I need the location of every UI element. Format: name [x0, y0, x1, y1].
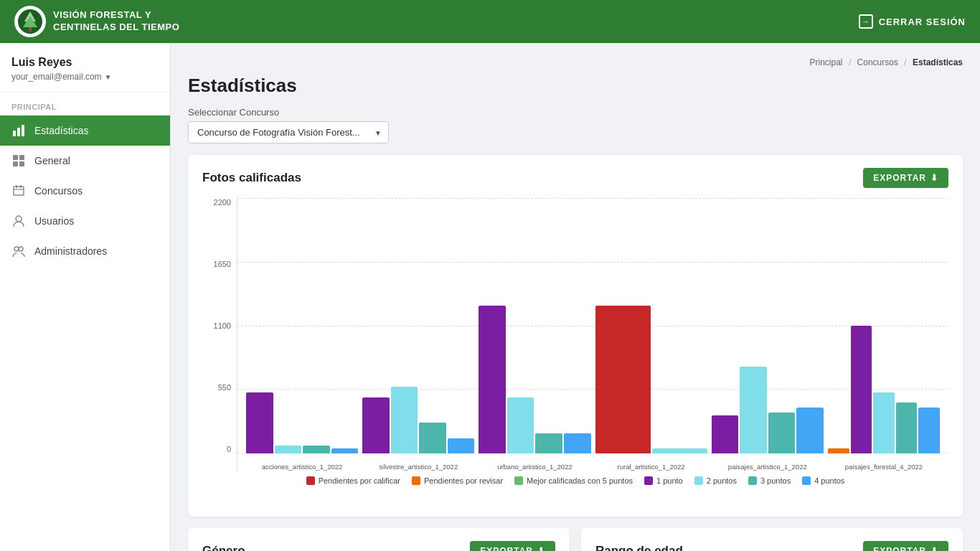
svg-rect-11: [14, 187, 24, 195]
bar: [851, 326, 872, 453]
administradores-label: Administradores: [34, 245, 107, 257]
logout-button[interactable]: → CERRAR SESIÓN: [859, 14, 966, 29]
bar: [564, 433, 591, 453]
legend-label: 3 puntos: [760, 476, 791, 485]
svg-rect-7: [13, 155, 18, 160]
legend-item: Mejor calificadas con 5 puntos: [514, 476, 633, 485]
general-label: General: [34, 155, 70, 166]
bar-group: [828, 198, 940, 453]
x-label: paisajes_forestal_4_2022: [828, 463, 940, 471]
bar: [479, 306, 506, 453]
chart-legend: Pendientes por calificarPendientes por r…: [202, 476, 948, 485]
legend-item: Pendientes por calificar: [306, 476, 400, 485]
general-icon: [11, 154, 26, 168]
x-label: silvestre_artistico_1_2022: [362, 463, 474, 471]
bar: [873, 392, 895, 453]
legend-label: Mejor calificadas con 5 puntos: [527, 476, 633, 485]
svg-rect-4: [13, 131, 16, 136]
x-label: paisajes_artistico_1_2022: [712, 463, 824, 471]
sidebar-item-concursos[interactable]: Concursos: [0, 176, 170, 206]
legend-item: Pendientes por revisar: [412, 476, 503, 485]
bar: [740, 367, 767, 453]
bar: [246, 392, 273, 453]
bar: [768, 413, 796, 453]
sidebar-item-administradores[interactable]: Administradores: [0, 236, 170, 266]
legend-color: [802, 476, 811, 485]
x-label: acciones_artistico_1_2022: [246, 463, 358, 471]
contest-select-wrapper[interactable]: Concurso de Fotografía Visión Forest...: [188, 121, 389, 143]
bar: [303, 446, 330, 453]
estadisticas-label: Estadísticas: [34, 125, 88, 136]
logo-area: VISIÓN FORESTAL Y CENTINELAS DEL TIEMPO: [14, 6, 179, 37]
email-dropdown-arrow[interactable]: ▼: [105, 73, 112, 81]
sidebar-username: Luis Reyes: [11, 56, 159, 69]
chart-genero-title: Género: [202, 544, 245, 551]
export-edad-button[interactable]: EXPORTAR ⬇: [863, 541, 948, 551]
bar: [712, 415, 739, 453]
bar: [535, 433, 562, 453]
svg-rect-6: [22, 125, 24, 136]
legend-label: 2 puntos: [707, 476, 737, 485]
bar: [275, 446, 302, 453]
contest-select[interactable]: Concurso de Fotografía Visión Forest...: [188, 121, 389, 143]
sidebar-item-usuarios[interactable]: Usuarios: [0, 206, 170, 236]
bar: [652, 448, 707, 453]
bar: [507, 397, 534, 453]
breadcrumb-principal[interactable]: Principal: [810, 57, 843, 67]
sidebar-item-general[interactable]: General: [0, 146, 170, 176]
bar-group: [362, 198, 474, 453]
svg-rect-12: [16, 185, 17, 188]
svg-rect-3: [29, 27, 32, 32]
administradores-icon: [11, 244, 26, 258]
x-labels: acciones_artistico_1_2022silvestre_artis…: [237, 463, 948, 471]
breadcrumb-concursos[interactable]: Concursos: [857, 57, 898, 67]
legend-item: 2 puntos: [694, 476, 737, 485]
chart-fotos-card: Fotos calificadas EXPORTAR ⬇ 2200 1650 1…: [188, 155, 963, 517]
breadcrumb-estadisticas: Estadísticas: [913, 57, 963, 67]
legend-item: 3 puntos: [748, 476, 791, 485]
sidebar-email: your_email@email.com: [11, 72, 102, 82]
legend-item: 4 puntos: [802, 476, 844, 485]
download-icon-edad: ⬇: [930, 546, 938, 551]
legend-label: Pendientes por revisar: [424, 476, 503, 485]
bar: [448, 438, 475, 453]
export-genero-button[interactable]: EXPORTAR ⬇: [470, 541, 555, 551]
download-icon: ⬇: [930, 173, 938, 183]
legend-color: [644, 476, 653, 485]
legend-label: Pendientes por calificar: [319, 476, 400, 485]
y-axis: 2200 1650 1100 550 0: [202, 198, 237, 471]
concursos-label: Concursos: [34, 185, 83, 197]
legend-color: [514, 476, 523, 485]
svg-rect-5: [17, 128, 20, 136]
sidebar-nav: Estadísticas General: [0, 116, 170, 266]
bar-group: [479, 198, 590, 453]
bar: [796, 408, 824, 453]
svg-point-15: [16, 216, 22, 222]
page-title: Estadísticas: [188, 75, 963, 97]
export-fotos-button[interactable]: EXPORTAR ⬇: [863, 168, 948, 188]
topbar: VISIÓN FORESTAL Y CENTINELAS DEL TIEMPO …: [0, 0, 980, 43]
legend-color: [412, 476, 420, 485]
bar: [595, 306, 651, 453]
bar: [391, 387, 418, 453]
bar-group: [712, 198, 824, 453]
logout-icon: →: [859, 14, 873, 29]
svg-rect-9: [13, 161, 18, 166]
breadcrumb: Principal / Concursos / Estadísticas: [188, 57, 963, 67]
sidebar-item-estadisticas[interactable]: Estadísticas: [0, 116, 170, 146]
legend-label: 1 punto: [656, 476, 683, 485]
chart-fotos-title: Fotos calificadas: [202, 171, 301, 185]
legend-color: [694, 476, 703, 485]
bar-group: [595, 198, 707, 453]
bar: [362, 397, 390, 453]
main-content: Principal / Concursos / Estadísticas Est…: [171, 43, 980, 551]
sidebar: Luis Reyes your_email@email.com ▼ PRINCI…: [0, 43, 171, 551]
bar: [828, 448, 849, 453]
x-label: rural_artistico_1_2022: [595, 463, 707, 471]
legend-item: 1 punto: [644, 476, 683, 485]
svg-rect-10: [19, 161, 24, 166]
chart-edad-card: Rango de edad EXPORTAR ⬇: [581, 528, 963, 551]
legend-color: [306, 476, 315, 485]
legend-color: [748, 476, 757, 485]
usuarios-label: Usuarios: [34, 215, 74, 227]
